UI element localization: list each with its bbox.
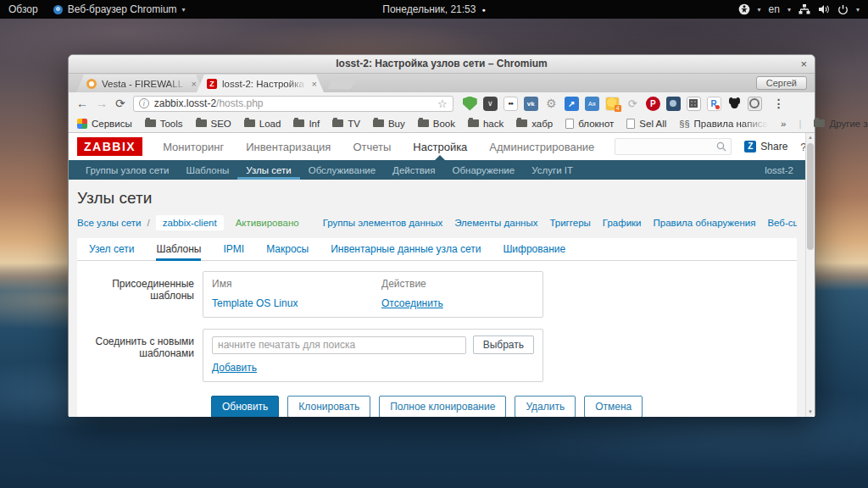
- link-graphs[interactable]: Графики: [603, 218, 642, 228]
- unlink-action[interactable]: Отсоединить: [381, 297, 443, 309]
- rds-bar-icon[interactable]: R: [707, 97, 721, 111]
- reload-icon[interactable]: ⟳: [115, 97, 125, 110]
- bookmark-folder[interactable]: hack: [468, 119, 504, 129]
- keyboard-layout[interactable]: en: [769, 3, 780, 15]
- clock[interactable]: Понедельник, 21:53 ●: [382, 3, 485, 15]
- link-triggers[interactable]: Триггеры: [549, 218, 590, 228]
- subnav-hostgroups[interactable]: Группы узлов сети: [77, 160, 177, 180]
- tab-ipmi[interactable]: IPMI: [223, 238, 244, 260]
- bookmark-folder[interactable]: Buy: [373, 119, 405, 129]
- host-status-badge[interactable]: Активировано: [236, 218, 299, 228]
- pocket-icon[interactable]: ∨: [483, 97, 498, 111]
- nav-monitoring[interactable]: Мониторинг: [163, 133, 224, 160]
- subnav-maintenance[interactable]: Обслуживание: [300, 160, 384, 180]
- browser-menu-icon[interactable]: ⋮: [773, 97, 785, 110]
- clone-button[interactable]: Клонировать: [287, 396, 370, 417]
- update-button[interactable]: Обновить: [211, 396, 279, 417]
- forward-icon[interactable]: →: [96, 97, 108, 110]
- bookmark-folder[interactable]: Load: [244, 119, 281, 129]
- grid-icon[interactable]: [687, 97, 701, 111]
- subnav-discovery[interactable]: Обнаружение: [444, 160, 524, 180]
- address-bar[interactable]: i zabbix.losst-2/hosts.php ☆: [133, 96, 453, 112]
- scroll-up-icon[interactable]: ▲: [806, 133, 815, 142]
- page-info-icon[interactable]: i: [139, 98, 149, 108]
- zabbix-logo[interactable]: ZABBIX: [77, 137, 142, 156]
- share-button[interactable]: Z Share: [744, 141, 787, 152]
- mask-icon[interactable]: ●●: [504, 97, 518, 111]
- tab-encryption[interactable]: Шифрование: [503, 238, 565, 260]
- breadcrumb-all-hosts[interactable]: Все узлы сети: [77, 218, 142, 228]
- translate-icon[interactable]: Aя: [585, 97, 599, 111]
- tab-host[interactable]: Узел сети: [89, 238, 134, 260]
- chevron-down-icon: ▾: [182, 6, 186, 14]
- activities-button[interactable]: Обзор: [8, 3, 38, 15]
- nav-reports[interactable]: Отчеты: [353, 133, 391, 160]
- subnav-actions[interactable]: Действия: [384, 160, 443, 180]
- scroll-down-icon[interactable]: ▼: [806, 408, 815, 417]
- power-icon[interactable]: [837, 4, 849, 15]
- template-link[interactable]: Template OS Linux: [212, 297, 381, 309]
- bookmark-page[interactable]: блокнот: [565, 119, 614, 129]
- subnav-templates[interactable]: Шаблоны: [177, 160, 237, 180]
- breadcrumb-host-chip[interactable]: zabbix-client: [156, 215, 224, 230]
- tab-zabbix[interactable]: Z losst-2: Настройка ×: [197, 75, 324, 92]
- proxy-icon[interactable]: ⟳: [626, 97, 640, 111]
- link-applications[interactable]: Группы элементов данных: [323, 218, 443, 228]
- bookmark-folder[interactable]: TV: [332, 119, 360, 129]
- bookmark-page[interactable]: Sel All: [626, 119, 666, 129]
- lightshot-icon[interactable]: 4: [605, 97, 620, 111]
- bookmark-other-folder[interactable]: Другие закладки: [814, 119, 868, 129]
- add-link[interactable]: Добавить: [212, 362, 257, 374]
- delete-button[interactable]: Удалить: [515, 396, 576, 417]
- tab-templates[interactable]: Шаблоны: [156, 238, 201, 260]
- new-tab-button[interactable]: [327, 77, 357, 89]
- cancel-button[interactable]: Отмена: [584, 396, 643, 417]
- bookmark-rules[interactable]: §§Правила написа: [679, 119, 768, 129]
- profile-button[interactable]: Сергей: [756, 76, 807, 90]
- metrika-icon[interactable]: ↗: [565, 97, 579, 111]
- nav-inventory[interactable]: Инвентаризация: [246, 133, 331, 160]
- template-search-input[interactable]: [212, 336, 466, 354]
- volume-icon[interactable]: [818, 4, 830, 14]
- camera-icon[interactable]: [748, 97, 762, 111]
- back-icon[interactable]: ←: [76, 97, 88, 110]
- network-icon[interactable]: [798, 4, 810, 14]
- gear-icon[interactable]: ⚙: [544, 97, 559, 111]
- adblock-icon[interactable]: [463, 97, 477, 111]
- tab-close-icon[interactable]: ×: [312, 79, 317, 89]
- zabbix-search-input[interactable]: [615, 138, 732, 155]
- page-scrollbar[interactable]: ▲ ▼: [805, 133, 815, 417]
- bookmark-folder[interactable]: Inf: [293, 119, 320, 129]
- subnav-it-services[interactable]: Услуги IT: [523, 160, 581, 180]
- bookmark-star-icon[interactable]: ☆: [437, 97, 448, 110]
- bookmark-folder[interactable]: хабр: [516, 119, 553, 129]
- nav-administration[interactable]: Администрирование: [489, 133, 594, 160]
- webvisor-icon[interactable]: [666, 97, 681, 111]
- form-actions: Обновить Клонировать Полное клонирование…: [77, 393, 797, 417]
- select-button[interactable]: Выбрать: [473, 336, 534, 354]
- subnav-hosts[interactable]: Узлы сети: [237, 160, 299, 180]
- tab-vesta[interactable]: Vesta - FIREWALL ×: [76, 75, 203, 92]
- bookmarks-bar: Сервисы Tools SEO Load Inf TV Buy Book h…: [69, 114, 815, 133]
- bookmarks-overflow-icon[interactable]: »: [781, 119, 786, 129]
- link-items[interactable]: Элементы данных: [454, 218, 537, 228]
- pinterest-icon[interactable]: P: [646, 97, 660, 111]
- link-web-scenarios[interactable]: Веб-сценарии: [767, 218, 797, 228]
- tab-macros[interactable]: Макросы: [266, 238, 309, 260]
- bookmark-folder[interactable]: SEO: [196, 119, 231, 129]
- app-menu[interactable]: Веб-браузер Chromium ▾: [53, 3, 186, 15]
- window-close-button[interactable]: ×: [800, 55, 807, 73]
- tab-inventory[interactable]: Инвентарные данные узла сети: [331, 238, 481, 260]
- tab-close-icon[interactable]: ×: [192, 79, 197, 89]
- bookmark-folder[interactable]: Tools: [145, 119, 183, 129]
- bookmark-services[interactable]: Сервисы: [77, 119, 132, 129]
- full-clone-button[interactable]: Полное клонирование: [379, 396, 506, 417]
- scrollbar-thumb[interactable]: [807, 143, 814, 250]
- window-titlebar[interactable]: losst-2: Настройка узлов сети – Chromium…: [69, 55, 815, 74]
- bookmark-folder[interactable]: Book: [418, 119, 455, 129]
- accessibility-icon[interactable]: [738, 3, 750, 15]
- gnome-foot-icon[interactable]: [727, 97, 742, 111]
- vk-icon[interactable]: vk: [524, 97, 538, 111]
- link-discovery-rules[interactable]: Правила обнаружения: [654, 218, 756, 228]
- nav-configuration[interactable]: Настройка: [413, 133, 467, 160]
